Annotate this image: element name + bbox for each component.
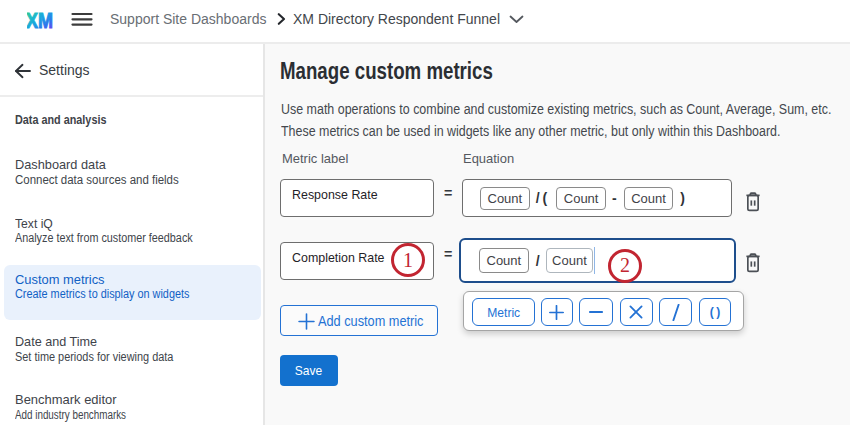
svg-text:XM: XM: [27, 11, 53, 30]
